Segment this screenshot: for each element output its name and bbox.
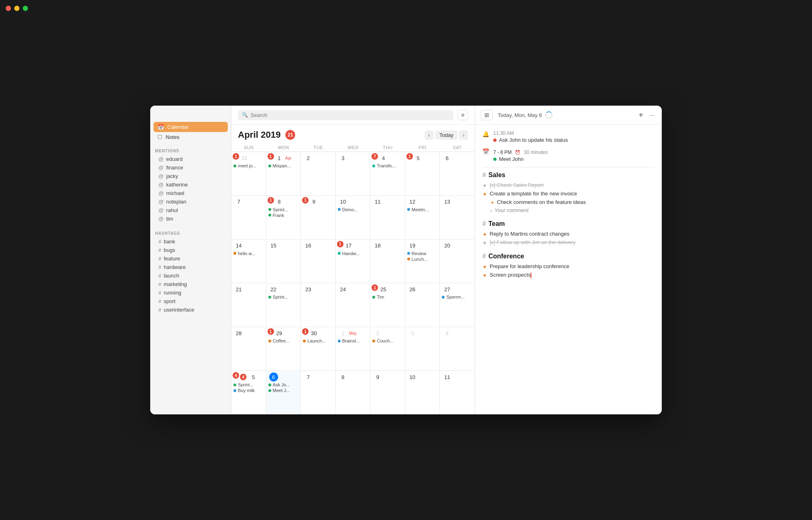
day-cell-3-2[interactable]: 23 bbox=[301, 283, 336, 327]
event-5-1-0[interactable]: Ask Jo... bbox=[268, 382, 299, 387]
mention-item-michael[interactable]: @ michael bbox=[155, 189, 226, 197]
day-cell-2-4[interactable]: 18 bbox=[370, 240, 405, 283]
mention-item-eduard[interactable]: @ eduard bbox=[155, 155, 226, 163]
next-month-button[interactable]: › bbox=[459, 130, 468, 140]
day-cell-1-0[interactable]: 7 bbox=[231, 196, 266, 239]
event-0-1-0[interactable]: Mixpan... bbox=[268, 163, 299, 168]
event-5-1-1[interactable]: Meet J... bbox=[268, 388, 299, 393]
event-4-2-0[interactable]: Launch... bbox=[303, 338, 333, 343]
sidebar-toggle-button[interactable]: ⊞ bbox=[481, 110, 493, 120]
day-cell-4-5[interactable]: 3 bbox=[405, 327, 440, 370]
day-cell-4-1[interactable]: 129 Coffee... bbox=[266, 327, 301, 370]
overdue-badge-1-1: 1 bbox=[268, 197, 274, 204]
day-cell-1-4[interactable]: 11 bbox=[370, 196, 405, 239]
day-cell-3-6[interactable]: 27 Sperrm... bbox=[440, 283, 475, 327]
day-cell-3-5[interactable]: 26 bbox=[405, 283, 440, 327]
event-1-1-0[interactable]: Sprint... bbox=[268, 207, 299, 212]
day-cell-3-0[interactable]: 21 bbox=[231, 283, 266, 327]
day-cell-5-2[interactable]: 7 bbox=[301, 371, 336, 414]
sidebar-item-calendar[interactable]: 📅 Calendar bbox=[153, 122, 228, 132]
day-cell-5-5[interactable]: 10 bbox=[405, 371, 440, 414]
section-title-conference: Conference bbox=[488, 253, 524, 260]
day-cell-2-6[interactable]: 20 bbox=[440, 240, 475, 283]
hashtag-item-hardware[interactable]: # hardware bbox=[155, 263, 226, 271]
event-4-4-0[interactable]: Couch... bbox=[372, 338, 403, 343]
hashtag-item-running[interactable]: # running bbox=[155, 288, 226, 297]
sidebar-item-notes[interactable]: ☐ Notes bbox=[153, 132, 228, 142]
day-cell-3-3[interactable]: 24 bbox=[336, 283, 371, 327]
event-2-3-0[interactable]: Handw... bbox=[338, 251, 368, 256]
event-1-1-1[interactable]: Frank bbox=[268, 213, 299, 218]
day-cell-4-3[interactable]: 1May Brainst... bbox=[336, 327, 371, 370]
event-2-5-1[interactable]: Lunch... bbox=[407, 257, 438, 262]
event-4-1-0[interactable]: Coffee... bbox=[268, 338, 299, 343]
day-cell-5-0[interactable]: 445 Sprint... Buy milk bbox=[231, 371, 266, 414]
day-cell-2-2[interactable]: 16 bbox=[301, 240, 336, 283]
day-cell-0-3[interactable]: 3 bbox=[336, 152, 371, 195]
mention-item-finance[interactable]: @ finance bbox=[155, 163, 226, 172]
event-0-4-0[interactable]: Transfo... bbox=[372, 163, 403, 168]
mention-item-jacky[interactable]: @ jacky bbox=[155, 172, 226, 180]
mention-item-katherine[interactable]: @ katherine bbox=[155, 180, 226, 189]
day-cell-4-2[interactable]: 130 Launch... bbox=[301, 327, 336, 370]
day-number-2-1: 15 bbox=[269, 241, 278, 250]
event-1-5-0[interactable]: Meetin... bbox=[407, 207, 438, 212]
hashtag-item-bugs[interactable]: # bugs bbox=[155, 246, 226, 254]
add-button[interactable]: + bbox=[637, 110, 645, 120]
day-cell-2-3[interactable]: 117 Handw... bbox=[336, 240, 371, 283]
day-cell-2-1[interactable]: 15 bbox=[266, 240, 301, 283]
event-3-4-0[interactable]: Tim bbox=[372, 295, 403, 299]
day-cell-0-0[interactable]: 131 meet jo... bbox=[231, 152, 266, 195]
day-cell-5-6[interactable]: 11 bbox=[440, 371, 475, 414]
event-2-0-0[interactable]: hello w... bbox=[233, 251, 264, 256]
event-3-1-0[interactable]: Sprint... bbox=[268, 295, 299, 299]
day-cell-0-2[interactable]: 2 bbox=[301, 152, 336, 195]
hashtag-item-userinterface[interactable]: # userinterface bbox=[155, 306, 226, 314]
day-cell-0-6[interactable]: 6 bbox=[440, 152, 475, 195]
day-cell-1-1[interactable]: 18 Sprint... Frank bbox=[266, 196, 301, 239]
day-cell-0-5[interactable]: 15 bbox=[405, 152, 440, 195]
hashtag-item-launch[interactable]: # launch bbox=[155, 271, 226, 280]
day-cell-3-4[interactable]: 125 Tim bbox=[370, 283, 405, 327]
day-cell-4-0[interactable]: 28 bbox=[231, 327, 266, 370]
today-button[interactable]: Today bbox=[435, 130, 458, 140]
more-button[interactable]: ··· bbox=[648, 112, 656, 118]
event-3-6-0[interactable]: Sperrm... bbox=[442, 295, 473, 299]
event-1-3-0[interactable]: Demo... bbox=[338, 207, 368, 212]
day-cell-1-5[interactable]: 12 Meetin... bbox=[405, 196, 440, 239]
day-cell-0-1[interactable]: 11Apr Mixpan... bbox=[266, 152, 301, 195]
mention-item-rahul[interactable]: @ rahul bbox=[155, 206, 226, 214]
event-5-0-1[interactable]: Buy milk bbox=[233, 388, 264, 393]
day-cell-2-5[interactable]: 19 Review Lunch... bbox=[405, 240, 440, 283]
hash-icon: # bbox=[158, 281, 161, 287]
day-cell-5-3[interactable]: 8 bbox=[336, 371, 371, 414]
hashtag-item-feature[interactable]: # feature bbox=[155, 254, 226, 263]
event-2-5-0[interactable]: Review bbox=[407, 251, 438, 256]
day-cell-3-1[interactable]: 22 Sprint... bbox=[266, 283, 301, 327]
event-0-0-0[interactable]: meet jo... bbox=[233, 163, 264, 168]
day-cell-1-3[interactable]: 10 Demo... bbox=[336, 196, 371, 239]
day-cell-4-4[interactable]: 2 Couch... bbox=[370, 327, 405, 370]
search-box[interactable]: 🔍 bbox=[238, 110, 454, 120]
hashtag-item-sport[interactable]: # sport bbox=[155, 297, 226, 306]
day-cell-1-2[interactable]: 19 bbox=[301, 196, 336, 239]
search-input[interactable] bbox=[251, 112, 449, 118]
day-cell-2-0[interactable]: 14 hello w... bbox=[231, 240, 266, 283]
list-view-button[interactable]: ≡ bbox=[458, 110, 468, 120]
day-number-0-0: 31 bbox=[240, 154, 249, 162]
event-5-0-0[interactable]: Sprint... bbox=[233, 382, 264, 387]
day-cell-0-4[interactable]: 74 Transfo... bbox=[370, 152, 405, 195]
prev-month-button[interactable]: ‹ bbox=[425, 130, 434, 140]
overdue-badge-0-0: 1 bbox=[233, 153, 239, 160]
day-cell-5-1[interactable]: 6 Ask Jo... Meet J... bbox=[266, 371, 301, 414]
note-text-screen-prospects[interactable]: Screen prospects bbox=[490, 272, 531, 278]
day-cell-4-6[interactable]: 4 bbox=[440, 327, 475, 370]
event-4-3-0[interactable]: Brainst... bbox=[338, 338, 368, 343]
hashtag-item-bank[interactable]: # bank bbox=[155, 237, 226, 246]
hashtag-item-marketing[interactable]: # marketing bbox=[155, 280, 226, 288]
mention-item-tim[interactable]: @ tim bbox=[155, 214, 226, 223]
reminder-time: 11:30 AM bbox=[493, 130, 654, 136]
day-cell-1-6[interactable]: 13 bbox=[440, 196, 475, 239]
day-cell-5-4[interactable]: 9 bbox=[370, 371, 405, 414]
mention-item-noteplan[interactable]: @ noteplan bbox=[155, 197, 226, 206]
